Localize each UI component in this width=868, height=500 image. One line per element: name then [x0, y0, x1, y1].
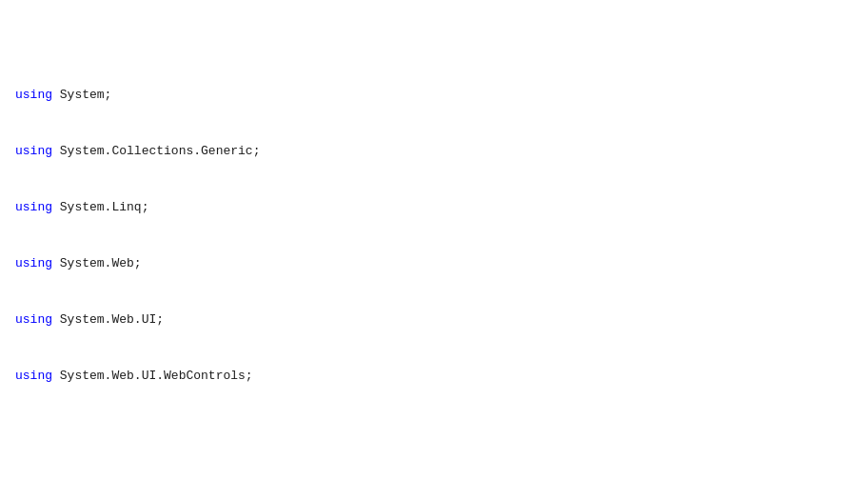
using-line-4: using System.Web;: [0, 254, 868, 273]
using-line-2: using System.Collections.Generic;: [0, 142, 868, 161]
code-editor: using System; using System.Collections.G…: [0, 8, 868, 500]
using-line-6: using System.Web.UI.WebControls;: [0, 367, 868, 386]
keyword-using: using: [15, 86, 52, 105]
using-line-1: using System;: [0, 86, 868, 105]
using-line-3: using System.Linq;: [0, 198, 868, 217]
using-line-5: using System.Web.UI;: [0, 310, 868, 330]
blank-line-1: [0, 460, 868, 479]
